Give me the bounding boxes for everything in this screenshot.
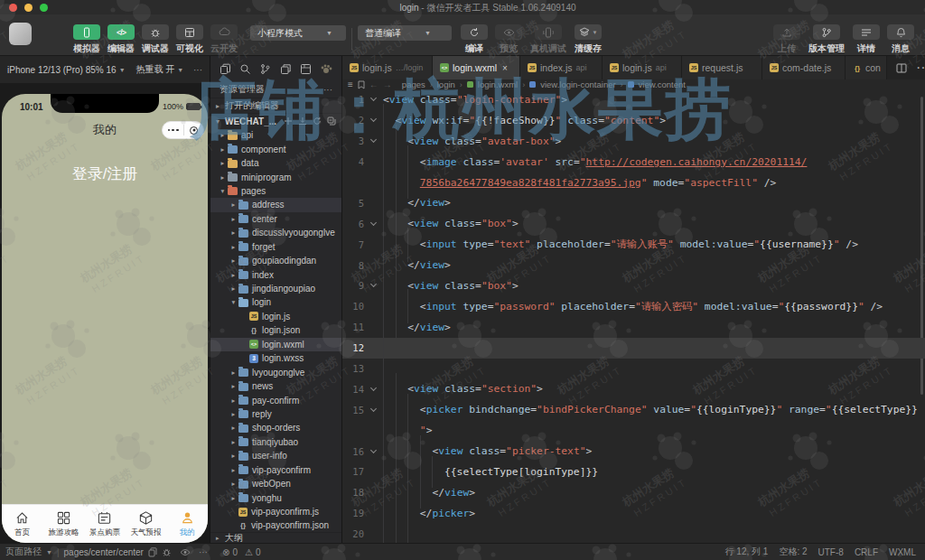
code-line-16[interactable]: 16 <view class="picker-text"> [342, 441, 925, 462]
code-line-18[interactable]: 18 </view> [342, 482, 925, 503]
code-line-10[interactable]: 10 <input type="password" placeholder="请… [342, 296, 925, 317]
tree-item-address[interactable]: ▸address [210, 198, 341, 211]
tab-com-date.js[interactable]: JScom-date.js [762, 56, 846, 79]
tree-arrow-icon[interactable]: ▸ [229, 480, 238, 488]
code-line-12[interactable]: 12 [342, 338, 925, 359]
tree-item-pay-confirm[interactable]: ▸pay-confirm [210, 393, 341, 406]
tree-arrow-icon[interactable]: ▸ [229, 397, 238, 405]
code-line-wrap[interactable]: "> [342, 420, 925, 441]
code-line-14[interactable]: 14 <view class="section"> [342, 378, 925, 399]
collapse-all-icon[interactable] [327, 117, 336, 126]
code-line-4[interactable]: 4 <image class='avatar' src="http://code… [342, 152, 925, 173]
simulator-button[interactable]: 模拟器 [70, 24, 104, 55]
visualization-button[interactable]: 可视化 [173, 24, 207, 55]
outline-section[interactable]: ▸大纲 [210, 532, 341, 543]
fold-icon[interactable] [364, 451, 383, 453]
tree-item-jingdiangoupiao[interactable]: ▸jingdiangoupiao [210, 282, 341, 295]
tree-item-goupiaodingdan[interactable]: ▸goupiaodingdan [210, 254, 341, 267]
tree-arrow-icon[interactable]: ▸ [229, 452, 238, 460]
fold-icon[interactable] [364, 409, 383, 411]
search-icon[interactable] [239, 63, 251, 75]
phone-tab-天气预报[interactable]: 天气预报 [126, 505, 167, 543]
save-icon[interactable] [300, 63, 312, 75]
upload-button[interactable]: 上传 [770, 24, 804, 55]
tree-item-reply[interactable]: ▸reply [210, 407, 341, 421]
tree-item-webOpen[interactable]: ▸webOpen [210, 477, 341, 490]
code-line-2[interactable]: 2 <view wx:if="{{!faceShow}}" class="con… [342, 110, 925, 131]
breadcrumb-item[interactable]: view.content [639, 79, 686, 89]
tree-item-lvyougonglve[interactable]: ▸lvyougonglve [210, 365, 341, 378]
status-item[interactable]: UTF-8 [818, 547, 844, 557]
code-line-9[interactable]: 9 <view class="box"> [342, 275, 925, 296]
eye-icon[interactable] [180, 548, 191, 556]
tree-item-news[interactable]: ▸news [210, 379, 341, 393]
tree-item-vip-payconfirm[interactable]: ▸vip-payconfirm [210, 463, 341, 477]
code-line-20[interactable]: 20 [342, 524, 925, 543]
windows-icon[interactable] [280, 63, 292, 75]
tree-item-center[interactable]: ▸center [210, 212, 341, 226]
breadcrumb-item[interactable]: login [437, 79, 455, 89]
debugger-button[interactable]: 调试器 [138, 24, 173, 55]
forward-icon[interactable]: → [383, 79, 392, 89]
fold-icon[interactable] [364, 140, 383, 142]
version-manage-button[interactable]: 版本管理 [804, 24, 849, 55]
tree-arrow-icon[interactable]: ▸ [229, 410, 238, 418]
clear-cache-button[interactable]: ▼ 清缓存 [571, 24, 605, 55]
tree-item-login.wxml[interactable]: <>login.wxml [210, 338, 341, 351]
tree-item-user-info[interactable]: ▸user-info [210, 449, 341, 462]
code-line-11[interactable]: 11 </view> [342, 317, 925, 338]
more-icon[interactable] [168, 129, 179, 132]
tab-con[interactable]: {}con [846, 56, 887, 79]
breadcrumb-item[interactable]: view.login-container [540, 79, 615, 89]
git-icon[interactable] [259, 63, 271, 75]
avatar[interactable] [9, 23, 32, 45]
login-register-link[interactable]: 登录/注册 [2, 163, 208, 184]
tree-item-login.wxss[interactable]: 3login.wxss [210, 351, 341, 365]
device-debug-button[interactable]: 真机调试 [526, 24, 571, 55]
status-item[interactable]: 空格: 2 [779, 546, 807, 558]
fold-icon[interactable] [364, 285, 383, 286]
phone-tab-旅游攻略[interactable]: 旅游攻略 [43, 505, 85, 543]
close-window-button[interactable] [9, 4, 17, 12]
code-line-wrap[interactable]: 7856ba26477849ea828f481fa2773a95.jpg" mo… [342, 173, 925, 193]
bug-icon[interactable] [162, 547, 172, 557]
more-icon[interactable]: ··· [199, 547, 208, 557]
tree-item-api[interactable]: ▸api [210, 128, 341, 142]
tree-arrow-icon[interactable]: ▸ [229, 257, 238, 265]
tree-arrow-icon[interactable]: ▸ [218, 159, 228, 167]
split-editor-icon[interactable] [896, 63, 907, 73]
hot-reload-toggle[interactable]: 热重载 开 [136, 63, 175, 76]
tree-item-vip-payconfirm.json[interactable]: {}vip-payconfirm.json [210, 518, 341, 532]
tree-item-forget[interactable]: ▸forget [210, 240, 341, 254]
tree-arrow-icon[interactable]: ▸ [229, 438, 238, 446]
code-line-8[interactable]: 8 </view> [342, 255, 925, 275]
open-editors-section[interactable]: ▸打开的编辑器 [210, 98, 341, 113]
close-circle-icon[interactable] [190, 126, 198, 135]
tree-item-pages[interactable]: ▾pages [210, 184, 341, 198]
tree-item-discusslvyougonglve[interactable]: ▸discusslvyougonglve [210, 226, 341, 239]
tree-item-data[interactable]: ▸data [210, 156, 341, 170]
editor-button[interactable]: </> 编辑器 [104, 24, 138, 55]
tabs-more-button[interactable]: ··· [916, 60, 925, 76]
code-line-7[interactable]: 7 <input type="text" placeholder="请输入账号"… [342, 234, 925, 255]
code-line-3[interactable]: 3 <view class="avatar-box"> [342, 131, 925, 152]
details-button[interactable]: 详情 [849, 24, 883, 55]
message-button[interactable]: 消息 [883, 24, 918, 55]
tree-arrow-icon[interactable]: ▸ [229, 285, 238, 293]
back-icon[interactable]: ← [369, 79, 378, 89]
paw-icon[interactable] [320, 63, 332, 75]
outline-list-icon[interactable]: ≡ [348, 79, 353, 89]
breadcrumb-item[interactable]: pages [402, 79, 425, 89]
code-line-1[interactable]: 1<view class="login-container"> [342, 89, 925, 110]
page-path-label[interactable]: 页面路径 [5, 546, 42, 558]
breadcrumb-item[interactable]: login.wxml [478, 79, 518, 89]
maximize-window-button[interactable] [40, 4, 48, 12]
tab-login.js[interactable]: JSlogin.jsapi [603, 56, 682, 79]
cloud-dev-button[interactable]: 云开发 [207, 24, 241, 55]
tree-arrow-icon[interactable]: ▸ [229, 466, 238, 474]
tree-arrow-icon[interactable]: ▾ [218, 187, 228, 195]
status-item[interactable]: 行 12, 列 1 [725, 546, 769, 558]
import-icon[interactable] [298, 117, 307, 126]
tree-arrow-icon[interactable]: ▸ [229, 201, 238, 209]
phone-tab-景点购票[interactable]: 景点购票 [84, 505, 126, 543]
